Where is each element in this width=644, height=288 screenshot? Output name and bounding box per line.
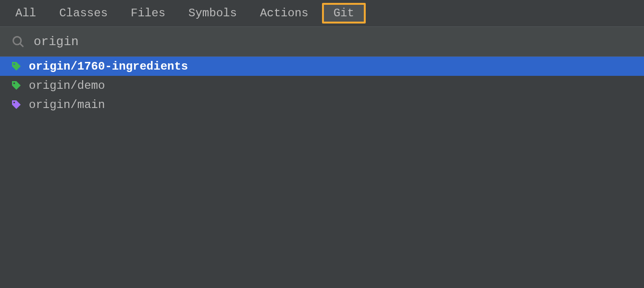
svg-point-3 bbox=[13, 83, 15, 84]
tab-symbols[interactable]: Symbols bbox=[179, 3, 247, 24]
svg-line-1 bbox=[20, 43, 24, 47]
result-item[interactable]: origin/main bbox=[0, 95, 644, 114]
result-label: origin/demo bbox=[29, 79, 105, 92]
tag-icon bbox=[11, 60, 22, 72]
result-item[interactable]: origin/1760-ingredients bbox=[0, 57, 644, 76]
svg-point-4 bbox=[13, 102, 15, 104]
svg-point-2 bbox=[13, 63, 15, 65]
tab-files[interactable]: Files bbox=[121, 3, 175, 24]
results-list: origin/1760-ingredients origin/demo orig… bbox=[0, 57, 644, 114]
search-icon bbox=[12, 35, 25, 48]
tag-icon bbox=[11, 99, 22, 110]
tab-git[interactable]: Git bbox=[322, 3, 366, 24]
tag-icon bbox=[11, 80, 22, 91]
result-label: origin/main bbox=[29, 98, 105, 111]
search-bar bbox=[0, 27, 644, 57]
svg-point-0 bbox=[13, 36, 21, 44]
tab-actions[interactable]: Actions bbox=[250, 3, 318, 24]
result-item[interactable]: origin/demo bbox=[0, 76, 644, 95]
result-label: origin/1760-ingredients bbox=[29, 60, 188, 73]
search-input[interactable] bbox=[34, 35, 644, 49]
tabs-bar: All Classes Files Symbols Actions Git bbox=[0, 0, 644, 27]
tab-classes[interactable]: Classes bbox=[50, 3, 117, 24]
tab-all[interactable]: All bbox=[6, 3, 46, 24]
